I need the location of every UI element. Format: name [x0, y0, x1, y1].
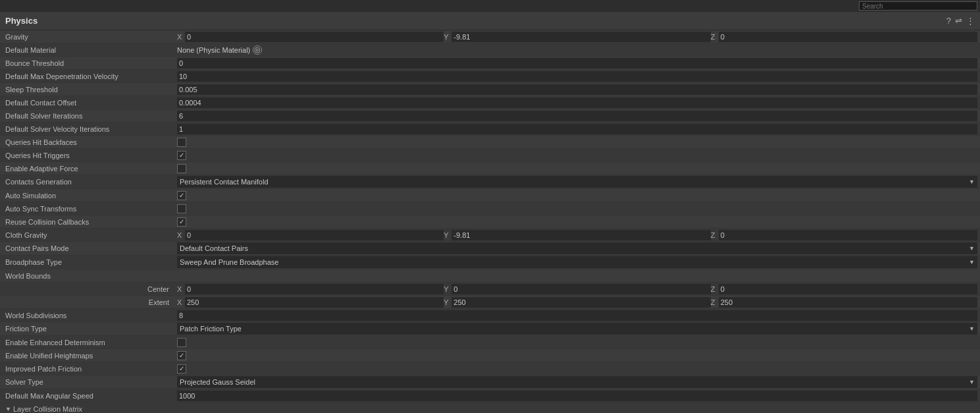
- gravity-x-input[interactable]: [185, 32, 444, 42]
- queries-hit-backfaces-label: Queries Hit Backfaces: [0, 137, 174, 148]
- help-icon[interactable]: ?: [946, 16, 951, 26]
- default-contact-offset-input[interactable]: [177, 97, 977, 108]
- default-solver-velocity-iterations-input[interactable]: [177, 124, 977, 134]
- cloth-gravity-y-input[interactable]: [451, 230, 710, 240]
- bounce-threshold-label: Bounce Threshold: [0, 58, 174, 69]
- properties-table: Gravity X Y Z: [0, 30, 980, 413]
- physics-panel: Physics ? ⇌ ⋮ Gravity X Y: [0, 12, 980, 413]
- world-bounds-extent-row: Extent X Y Z: [0, 296, 980, 309]
- layer-collision-matrix-label: ▼ Layer Collision Matrix: [0, 404, 174, 414]
- default-solver-iterations-input[interactable]: [177, 111, 977, 121]
- default-max-depenetration-velocity-input[interactable]: [177, 71, 977, 82]
- world-bounds-extent-label: Extent: [0, 297, 174, 308]
- default-max-depenetration-velocity-label: Default Max Depenetration Velocity: [0, 71, 174, 82]
- auto-simulation-label: Auto Simulation: [0, 190, 174, 201]
- gravity-x-label: X: [177, 33, 184, 41]
- auto-sync-transforms-checkbox[interactable]: [177, 204, 186, 213]
- object-picker-icon[interactable]: ◎: [253, 45, 262, 55]
- sleep-threshold-input[interactable]: [177, 84, 977, 95]
- default-max-angular-speed-row: Default Max Angular Speed: [0, 389, 980, 402]
- friction-type-value: Patch Friction Type ▼: [174, 322, 980, 335]
- enable-enhanced-determinism-checkbox[interactable]: [177, 338, 186, 347]
- cloth-gravity-value: X Y Z: [174, 229, 980, 241]
- contact-pairs-mode-select[interactable]: Default Contact Pairs: [177, 242, 977, 254]
- friction-type-dropdown-container: Patch Friction Type ▼: [177, 323, 977, 335]
- cloth-gravity-x-input[interactable]: [185, 230, 444, 240]
- sleep-threshold-row: Sleep Threshold: [0, 83, 980, 96]
- queries-hit-triggers-checkbox[interactable]: [177, 151, 186, 160]
- world-bounds-center-label: Center: [0, 284, 174, 294]
- world-bounds-header-value: [174, 275, 980, 277]
- panel-header: Physics ? ⇌ ⋮: [0, 12, 980, 30]
- world-subdivisions-label: World Subdivisions: [0, 310, 174, 321]
- world-bounds-center-value: X Y Z: [174, 283, 980, 295]
- default-max-depenetration-velocity-row: Default Max Depenetration Velocity: [0, 70, 980, 83]
- contacts-generation-label: Contacts Generation: [0, 177, 174, 187]
- queries-hit-backfaces-checkbox[interactable]: [177, 138, 186, 147]
- auto-simulation-checkbox[interactable]: [177, 191, 186, 200]
- world-subdivisions-value: [174, 310, 980, 321]
- more-icon[interactable]: ⋮: [966, 16, 975, 26]
- enable-adaptive-force-label: Enable Adaptive Force: [0, 163, 174, 174]
- bounce-threshold-value: [174, 57, 980, 69]
- contacts-generation-select[interactable]: Persistent Contact Manifold: [177, 176, 977, 188]
- reuse-collision-callbacks-row: Reuse Collision Callbacks: [0, 215, 980, 229]
- cloth-gravity-z-input[interactable]: [719, 230, 977, 240]
- reuse-collision-callbacks-checkbox[interactable]: [177, 217, 186, 227]
- enable-adaptive-force-checkbox[interactable]: [177, 164, 186, 173]
- reuse-collision-callbacks-label: Reuse Collision Callbacks: [0, 217, 174, 227]
- enable-unified-heightmaps-checkbox[interactable]: [177, 351, 186, 360]
- solver-type-row: Solver Type Projected Gauss Seidel ▼: [0, 375, 980, 389]
- contact-pairs-mode-label: Contact Pairs Mode: [0, 243, 174, 254]
- bounce-threshold-row: Bounce Threshold: [0, 57, 980, 70]
- extent-x-input[interactable]: [185, 297, 444, 308]
- gravity-z-label: Z: [711, 33, 717, 41]
- broadphase-type-label: Broadphase Type: [0, 257, 174, 267]
- reuse-collision-callbacks-value: [174, 217, 980, 227]
- sleep-threshold-label: Sleep Threshold: [0, 84, 174, 95]
- gravity-z-input[interactable]: [719, 32, 977, 42]
- auto-simulation-value: [174, 190, 980, 201]
- default-contact-offset-label: Default Contact Offset: [0, 97, 174, 108]
- broadphase-type-select[interactable]: Sweep And Prune Broadphase: [177, 256, 977, 268]
- default-material-value: None (Physic Material) ◎: [174, 45, 980, 55]
- cloth-gravity-label: Cloth Gravity: [0, 230, 174, 240]
- default-solver-iterations-label: Default Solver Iterations: [0, 111, 174, 121]
- center-x-input[interactable]: [185, 284, 444, 294]
- center-x-label: X: [177, 285, 184, 293]
- layer-collision-matrix-row[interactable]: ▼ Layer Collision Matrix: [0, 402, 980, 413]
- enable-unified-heightmaps-label: Enable Unified Heightmaps: [0, 350, 174, 361]
- broadphase-type-value: Sweep And Prune Broadphase ▼: [174, 256, 980, 269]
- search-input[interactable]: [859, 1, 977, 11]
- gravity-row: Gravity X Y Z: [0, 30, 980, 43]
- friction-type-select[interactable]: Patch Friction Type: [177, 323, 977, 335]
- gravity-y-input[interactable]: [451, 32, 710, 42]
- auto-sync-transforms-value: [174, 204, 980, 214]
- enable-adaptive-force-value: [174, 163, 980, 174]
- layer-collision-matrix-value: [174, 408, 980, 410]
- queries-hit-backfaces-value: [174, 137, 980, 148]
- contacts-generation-row: Contacts Generation Persistent Contact M…: [0, 175, 980, 189]
- world-subdivisions-input[interactable]: [177, 310, 977, 321]
- gravity-y-label: Y: [444, 33, 450, 41]
- bounce-threshold-input[interactable]: [177, 58, 977, 69]
- center-y-input[interactable]: [451, 284, 710, 294]
- default-max-angular-speed-label: Default Max Angular Speed: [0, 391, 174, 401]
- extent-z-label: Z: [711, 298, 717, 306]
- enable-adaptive-force-row: Enable Adaptive Force: [0, 162, 980, 175]
- settings-icon[interactable]: ⇌: [955, 16, 962, 26]
- enable-enhanced-determinism-row: Enable Enhanced Determinism: [0, 336, 980, 349]
- default-max-angular-speed-input[interactable]: [177, 391, 977, 401]
- gravity-value: X Y Z: [174, 31, 980, 43]
- improved-patch-friction-label: Improved Patch Friction: [0, 364, 174, 374]
- default-solver-velocity-iterations-row: Default Solver Velocity Iterations: [0, 123, 980, 136]
- queries-hit-triggers-label: Queries Hit Triggers: [0, 150, 174, 161]
- extent-y-input[interactable]: [451, 297, 710, 308]
- solver-type-select[interactable]: Projected Gauss Seidel: [177, 376, 977, 388]
- center-z-input[interactable]: [719, 284, 977, 294]
- cloth-gravity-row: Cloth Gravity X Y Z: [0, 229, 980, 242]
- contact-pairs-mode-row: Contact Pairs Mode Default Contact Pairs…: [0, 242, 980, 256]
- contacts-generation-value: Persistent Contact Manifold ▼: [174, 175, 980, 188]
- improved-patch-friction-checkbox[interactable]: [177, 364, 186, 373]
- extent-z-input[interactable]: [719, 297, 977, 308]
